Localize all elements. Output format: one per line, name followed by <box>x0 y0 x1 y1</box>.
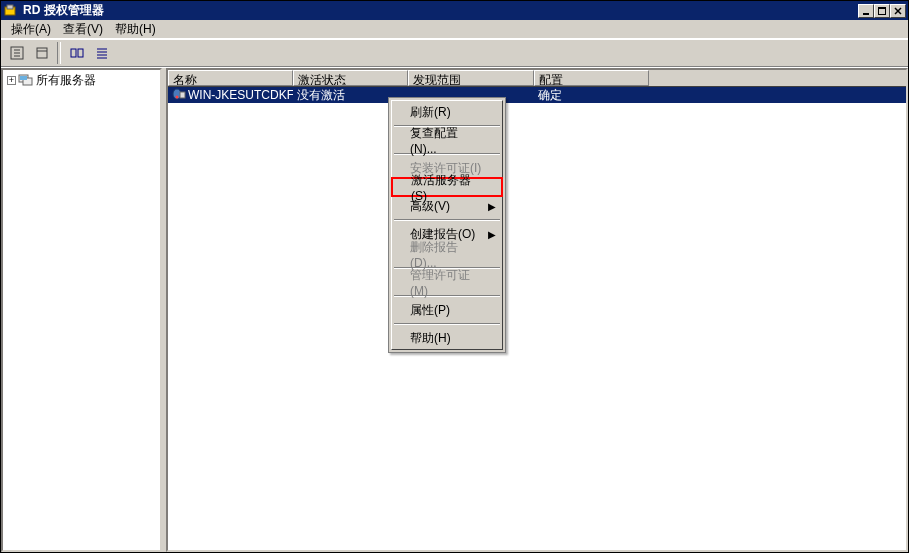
svg-rect-2 <box>863 13 869 15</box>
toolbar-separator <box>57 42 61 64</box>
submenu-arrow-icon: ▶ <box>488 229 496 240</box>
cell-name: WIN-JKESUTCDKFE <box>168 88 293 103</box>
context-menu-item[interactable]: 高级(V)▶ <box>392 196 502 216</box>
cell-config: 确定 <box>534 87 649 104</box>
context-menu-item[interactable]: 复查配置(N)... <box>392 130 502 150</box>
expand-icon[interactable]: + <box>7 76 16 85</box>
svg-rect-4 <box>878 7 886 9</box>
svg-point-24 <box>176 95 179 98</box>
tree-root-row[interactable]: + 所有服务器 <box>3 70 160 91</box>
minimize-button[interactable] <box>858 4 874 18</box>
svg-rect-21 <box>20 76 27 80</box>
close-button[interactable] <box>890 4 906 18</box>
context-menu-item[interactable]: 属性(P) <box>392 300 502 320</box>
submenu-arrow-icon: ▶ <box>488 201 496 212</box>
list-header: 名称 激活状态 发现范围 配置 <box>168 70 906 87</box>
menu-view[interactable]: 查看(V) <box>57 19 109 40</box>
context-menu-item: 删除报告(D)... <box>392 244 502 264</box>
context-menu-item[interactable]: 激活服务器(S) <box>391 177 503 197</box>
menu-separator <box>394 219 500 221</box>
svg-rect-23 <box>180 92 185 98</box>
window-title: RD 授权管理器 <box>23 2 858 19</box>
server-icon <box>172 88 186 103</box>
list-pane: 名称 激活状态 发现范围 配置 WIN-JKESUTCDKFE 没有激活 确定 <box>166 68 908 552</box>
tree-pane[interactable]: + 所有服务器 <box>1 68 162 552</box>
col-name[interactable]: 名称 <box>168 70 293 86</box>
list-row[interactable]: WIN-JKESUTCDKFE 没有激活 确定 <box>168 87 906 103</box>
toolbar <box>1 39 908 67</box>
context-menu-item: 管理许可证(M) <box>392 272 502 292</box>
svg-rect-13 <box>71 49 76 57</box>
context-menu: 刷新(R)复查配置(N)...安装许可证(I)激活服务器(S)高级(V)▶创建报… <box>388 97 506 353</box>
svg-rect-1 <box>7 5 13 9</box>
menu-help[interactable]: 帮助(H) <box>109 19 162 40</box>
title-bar: RD 授权管理器 <box>1 1 908 20</box>
maximize-button[interactable] <box>874 4 890 18</box>
app-icon <box>3 3 19 19</box>
menu-separator <box>394 323 500 325</box>
toolbar-button-1[interactable] <box>5 42 28 64</box>
col-status[interactable]: 激活状态 <box>293 70 408 86</box>
window-controls <box>858 4 906 18</box>
toolbar-button-3[interactable] <box>65 42 88 64</box>
col-config[interactable]: 配置 <box>534 70 649 86</box>
cell-name-text: WIN-JKESUTCDKFE <box>188 88 293 102</box>
svg-rect-14 <box>78 49 83 57</box>
svg-rect-11 <box>37 48 47 58</box>
toolbar-button-4[interactable] <box>90 42 113 64</box>
menu-bar: 操作(A) 查看(V) 帮助(H) <box>1 20 908 39</box>
tree-root-label: 所有服务器 <box>36 72 96 89</box>
menu-action[interactable]: 操作(A) <box>5 19 57 40</box>
col-scope[interactable]: 发现范围 <box>408 70 534 86</box>
servers-icon <box>18 72 34 89</box>
toolbar-button-2[interactable] <box>30 42 53 64</box>
list-body[interactable]: WIN-JKESUTCDKFE 没有激活 确定 <box>168 87 906 103</box>
context-menu-item[interactable]: 刷新(R) <box>392 102 502 122</box>
context-menu-item[interactable]: 帮助(H) <box>392 328 502 348</box>
